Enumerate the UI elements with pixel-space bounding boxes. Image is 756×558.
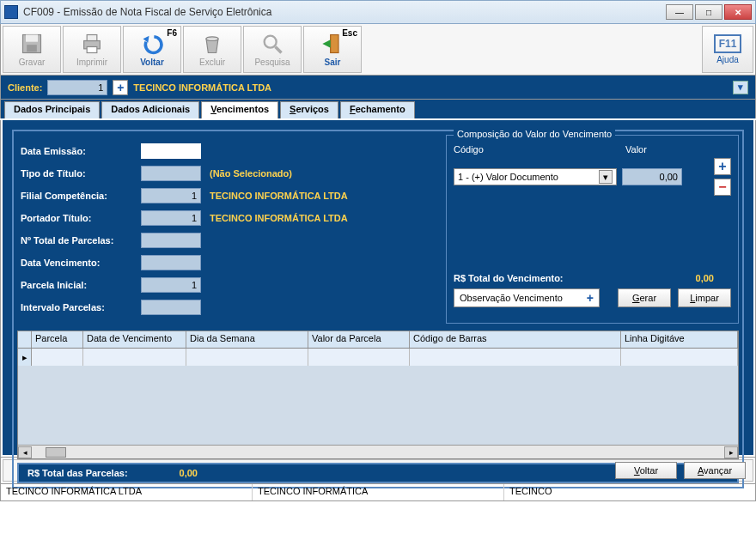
- excluir-button[interactable]: Excluir: [183, 26, 241, 73]
- valor-header: Valor: [625, 144, 647, 155]
- close-button[interactable]: ✕: [724, 4, 752, 20]
- grid-header: Parcela Data de Vencimento Dia da Semana…: [18, 331, 738, 349]
- status-bar: TECINCO INFORMÁTICA LTDA TECINCO INFORMÁ…: [0, 484, 756, 501]
- expand-button[interactable]: ▾: [733, 81, 748, 94]
- filial-label: Filial Competência:: [21, 191, 141, 201]
- back-icon: [140, 32, 164, 56]
- total-venc-value: 0,00: [696, 273, 714, 283]
- data-emissao-input[interactable]: [141, 143, 201, 159]
- voltar-button[interactable]: F6 Voltar: [123, 26, 181, 73]
- print-icon: [80, 32, 104, 56]
- table-row[interactable]: ▸: [18, 349, 738, 366]
- window-title: CF009 - Emissão de Nota Fiscal de Serviç…: [23, 6, 666, 18]
- parcelas-grid[interactable]: Parcela Data de Vencimento Dia da Semana…: [17, 331, 739, 459]
- composicao-legend: Composição do Valor do Vencimento: [454, 129, 615, 139]
- codigo-header: Código: [454, 144, 625, 155]
- pesquisa-button[interactable]: Pesquisa: [243, 26, 302, 73]
- intervalo-label: Intervalo Parcelas:: [21, 302, 141, 312]
- portador-input[interactable]: [141, 210, 201, 226]
- total-parcelas-label: Nº Total de Parcelas:: [21, 235, 141, 246]
- limpar-button[interactable]: Limpar: [678, 288, 731, 307]
- client-add-button[interactable]: +: [113, 80, 128, 95]
- ajuda-button[interactable]: F11 Ajuda: [702, 26, 753, 73]
- minimize-button[interactable]: —: [666, 4, 693, 20]
- svg-point-7: [265, 36, 277, 48]
- col-linha-digitavel[interactable]: Linha Digitáve: [621, 331, 738, 348]
- col-dia-semana[interactable]: Dia da Semana: [186, 331, 308, 348]
- main-panel: Data Emissão: Tipo de Título: (Não Selec…: [3, 120, 753, 455]
- svg-rect-9: [331, 35, 338, 53]
- data-venc-input[interactable]: [141, 255, 201, 270]
- tab-fechamento[interactable]: Fechamento: [340, 101, 415, 118]
- nav-voltar-button[interactable]: Voltar: [615, 462, 677, 479]
- maximize-button[interactable]: □: [695, 4, 722, 20]
- window-titlebar: CF009 - Emissão de Nota Fiscal de Serviç…: [0, 0, 756, 24]
- col-parcela[interactable]: Parcela: [32, 331, 83, 348]
- status-seg-1: TECINCO INFORMÁTICA LTDA: [1, 484, 253, 500]
- data-emissao-label: Data Emissão:: [21, 146, 141, 156]
- col-valor-parcela[interactable]: Valor da Parcela: [308, 331, 410, 348]
- data-venc-label: Data Vencimento:: [21, 258, 141, 268]
- exit-icon: [320, 32, 344, 56]
- tipo-titulo-label: Tipo de Título:: [21, 168, 141, 179]
- intervalo-input[interactable]: [141, 300, 201, 315]
- total-venc-label: R$ Total do Vencimento:: [454, 273, 564, 283]
- svg-point-6: [206, 37, 218, 41]
- portador-extra: TECINCO INFORMÁTICA LTDA: [210, 213, 348, 223]
- scroll-thumb[interactable]: [46, 447, 66, 458]
- scroll-right-icon[interactable]: ▸: [724, 446, 738, 458]
- comp-remove-button[interactable]: −: [714, 179, 731, 196]
- search-icon: [260, 32, 284, 56]
- grid-scrollbar[interactable]: ◂ ▸: [18, 445, 738, 458]
- codigo-combo[interactable]: 1 - (+) Valor Documento ▾: [454, 168, 617, 185]
- portador-label: Portador Título:: [21, 213, 141, 223]
- observacao-button[interactable]: Observação Vencimento +: [454, 288, 600, 307]
- sair-button[interactable]: Esc Sair: [303, 26, 362, 73]
- trash-icon: [200, 32, 224, 56]
- client-name: TECINCO INFORMÁTICA LTDA: [133, 82, 271, 93]
- total-parcelas-input[interactable]: [141, 233, 201, 248]
- client-label: Cliente:: [8, 82, 42, 93]
- comp-add-button[interactable]: +: [714, 158, 731, 175]
- tipo-titulo-input[interactable]: [141, 166, 201, 181]
- left-form: Data Emissão: Tipo de Título: (Não Selec…: [17, 135, 442, 324]
- toolbar: Gravar Imprimir F6 Voltar Excluir Pesqui…: [0, 24, 756, 76]
- valor-input[interactable]: [622, 168, 682, 185]
- gerar-button[interactable]: Gerar: [618, 288, 671, 307]
- svg-rect-1: [26, 35, 38, 42]
- client-bar: Cliente: + TECINCO INFORMÁTICA LTDA ▾: [0, 76, 756, 100]
- parcela-inicial-label: Parcela Inicial:: [21, 280, 141, 290]
- scroll-left-icon[interactable]: ◂: [18, 446, 32, 458]
- svg-rect-4: [87, 35, 97, 41]
- tab-servicos[interactable]: Serviços: [280, 101, 338, 118]
- tab-vencimentos[interactable]: Vencimentos: [201, 101, 278, 118]
- svg-rect-2: [27, 45, 37, 52]
- tab-bar: Dados Principais Dados Adicionais Vencim…: [0, 100, 756, 118]
- filial-extra: TECINCO INFORMÁTICA LTDA: [210, 191, 348, 201]
- row-indicator-icon: ▸: [18, 349, 32, 366]
- col-data-venc[interactable]: Data de Vencimento: [83, 331, 186, 348]
- total-parcelas-label: R$ Total das Parcelas:: [27, 468, 128, 478]
- save-icon: [20, 32, 44, 56]
- gravar-button[interactable]: Gravar: [3, 26, 61, 73]
- tab-dados-principais[interactable]: Dados Principais: [4, 101, 100, 118]
- svg-rect-5: [87, 47, 97, 53]
- app-icon: [4, 5, 18, 19]
- status-seg-3: TECINCO: [504, 484, 755, 500]
- col-codigo-barras[interactable]: Código de Barras: [410, 331, 621, 348]
- total-parcelas-value: 0,00: [180, 468, 198, 478]
- tab-dados-adicionais[interactable]: Dados Adicionais: [101, 101, 199, 118]
- parcela-inicial-input[interactable]: [141, 277, 201, 293]
- imprimir-button[interactable]: Imprimir: [63, 26, 121, 73]
- svg-line-8: [276, 47, 282, 53]
- composicao-panel: Composição do Valor do Vencimento Código…: [446, 135, 739, 324]
- client-input[interactable]: [47, 80, 107, 95]
- chevron-down-icon: ▾: [599, 170, 613, 184]
- plus-icon: +: [587, 291, 594, 305]
- tipo-titulo-extra: (Não Selecionado): [210, 168, 292, 179]
- filial-input[interactable]: [141, 188, 201, 203]
- status-seg-2: TECINCO INFORMÁTICA: [253, 484, 504, 500]
- nav-avancar-button[interactable]: Avançar: [684, 462, 746, 479]
- f11-icon: F11: [714, 34, 742, 53]
